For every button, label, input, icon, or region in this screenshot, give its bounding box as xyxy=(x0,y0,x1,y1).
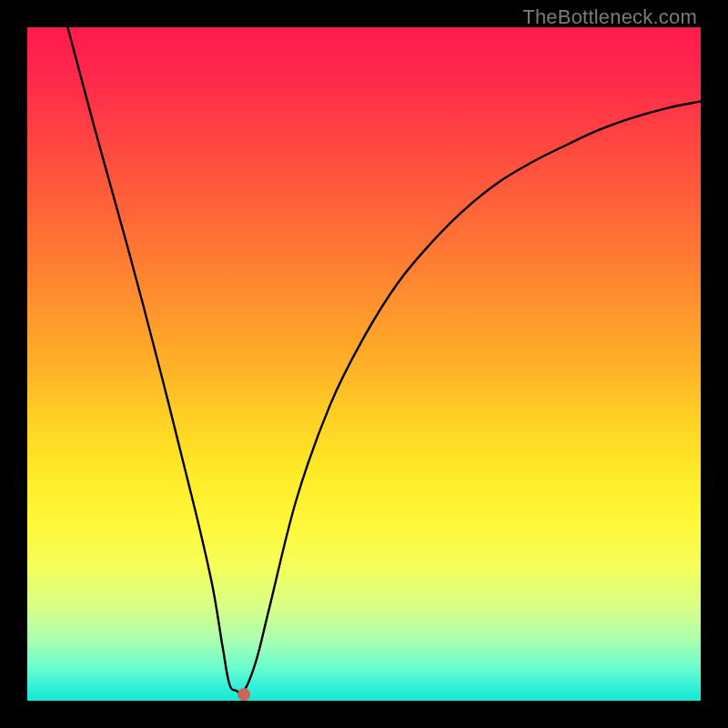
chart-frame: TheBottleneck.com xyxy=(0,0,728,728)
curve-path xyxy=(67,27,701,693)
watermark-text: TheBottleneck.com xyxy=(522,5,697,29)
plot-area xyxy=(27,27,701,701)
minimum-marker xyxy=(238,688,250,701)
bottleneck-curve xyxy=(27,27,701,701)
